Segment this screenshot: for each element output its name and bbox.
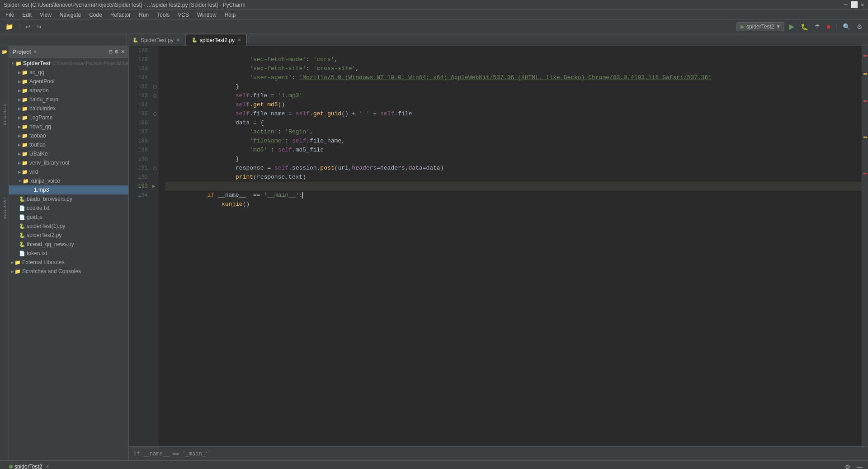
run-tab-close-icon[interactable]: ✕ [46,464,49,469]
code-editor[interactable]: 178 179 180 181 182 183 184 185 186 187 … [129,46,868,446]
menu-help[interactable]: Help [221,11,240,19]
tree-venv[interactable]: ▶ 📁venv_library root [9,158,128,167]
line-numbers: 178 179 180 181 182 183 184 185 186 187 … [129,46,151,446]
structure-icon[interactable]: Structure [1,102,8,127]
tree-xunjie-voice[interactable]: ▼ 📁xunjie_voice [9,176,128,185]
gutter-warn-2 [863,137,867,138]
spidertest-tab-close[interactable]: ✕ [176,38,180,43]
window-controls[interactable]: — ⬜ ✕ [844,1,864,9]
run-hide-button[interactable]: — [855,463,864,469]
code-line-193: if __name__ == '__main__': [165,182,862,191]
tree-spidertest2[interactable]: 🐍spiderTest2.py [9,231,128,240]
settings-gear-icon[interactable]: ⚙ [114,49,119,55]
tree-ac-qq[interactable]: ▶ 📁ac_qq [9,68,128,77]
project-header-icons: ⊟ ⚙ ✕ [108,49,125,55]
spidertest2-tab-close[interactable]: ✕ [237,38,241,43]
code-line-187: 'fileName': self.file_name, [165,128,862,137]
tree-thread-qq[interactable]: 🐍thread_qq_news.py [9,240,128,249]
run-tab-spidertest2[interactable]: spiderTest2 ✕ [4,461,55,469]
title-bar: SpiderTest [C:\Users\lenovo\PycharmProje… [0,0,868,10]
gutter-error-2 [863,100,867,102]
minimize-icon[interactable]: — [844,1,847,9]
scratches-label: Scratches and Consoles [22,268,81,275]
tree-external-libraries[interactable]: ▶ 📁External Libraries [9,258,128,267]
tab-spidertest2[interactable]: 🐍 spiderTest2.py ✕ [186,34,247,46]
tree-guid-js[interactable]: 📄guid.js [9,213,128,222]
code-line-188: 'md5' : self.md5_file [165,137,862,146]
menu-navigate[interactable]: Navigate [56,11,85,19]
tree-token[interactable]: 📄token.txt [9,249,128,258]
collapse-all-icon[interactable]: ⊟ [108,49,113,55]
project-icon[interactable]: 📂 [1,48,8,56]
tree-baidu-zixun[interactable]: ▶ 📁baidu_zixun [9,95,128,104]
gutter-warn-1 [863,73,867,75]
run-settings-button[interactable]: ⚙ [843,463,852,469]
menu-window[interactable]: Window [193,11,220,19]
menu-tools[interactable]: Tools [153,11,173,19]
project-panel: Project ▼ ⊟ ⚙ ✕ ▼ 📁 SpiderTest C:\Users\… [9,46,129,460]
tab-bar: 🐍 SpiderTest.py ✕ 🐍 spiderTest2.py ✕ [0,33,868,46]
search-everywhere-button[interactable]: 🔍 [841,22,852,31]
run-button[interactable]: ▶ [787,21,796,32]
code-line-179: 'sec-fetch-site': 'cross-site', [165,55,862,64]
toolbar-right: ▶ spiderTest2 ▼ ▶ 🐛 ☂ ■ | 🔍 ⚙ [736,21,864,32]
menu-view[interactable]: View [36,11,55,19]
run-configuration[interactable]: ▶ spiderTest2 ▼ [736,22,784,31]
tree-toutiao[interactable]: ▶ 📁toutiao [9,140,128,149]
tree-root[interactable]: ▼ 📁 SpiderTest C:\Users\lenovo\PycharmPr… [9,59,128,68]
tree-wrd[interactable]: ▶ 📁wrd [9,167,128,176]
spidertest2-tab-label: spiderTest2.py [200,37,235,43]
code-line-181: } [165,73,862,82]
code-line-178: 'sec-fetch-mode': 'cors', [165,46,862,55]
menu-vcs[interactable]: VCS [174,11,193,19]
run-config-dropdown-icon[interactable]: ▼ [776,24,780,29]
tree-agentpool[interactable]: ▶ 📁AgentPool [9,77,128,86]
preview-bar: if __name__ == '_main_' [129,446,868,460]
code-content[interactable]: ▶ 'sec-fetch-mode': 'cors', 'sec-fetch-s… [151,46,862,446]
gutter-error-1 [863,55,867,57]
run-with-coverage-button[interactable]: ☂ [813,22,822,31]
tree-ubaike[interactable]: ▶ 📁UBaiKe [9,149,128,158]
debug-button[interactable]: 🐛 [799,22,810,31]
tree-taobao[interactable]: ▶ 📁taobao [9,131,128,140]
project-dir-button[interactable]: 📁 [4,22,15,31]
window-title: SpiderTest [C:\Users\lenovo\PycharmProje… [4,2,245,8]
close-icon[interactable]: ✕ [861,1,864,9]
undo-button[interactable]: ↩ [24,22,33,31]
project-dropdown-icon[interactable]: ▼ [33,49,38,54]
stop-button[interactable]: ■ [825,22,832,31]
tree-scratches-consoles[interactable]: ▶ 📁 Scratches and Consoles [9,267,128,276]
tree-baidu-browsers[interactable]: 🐍baidu_browsers.py [9,194,128,204]
tab-spidertest[interactable]: 🐍 SpiderTest.py ✕ [127,34,186,46]
tree-cookie[interactable]: 📄cookie.txt [9,204,128,213]
menu-code[interactable]: Code [85,11,106,19]
menu-refactor[interactable]: Refactor [107,11,134,19]
editor-area: 178 179 180 181 182 183 184 185 186 187 … [129,46,868,460]
project-header: Project ▼ ⊟ ⚙ ✕ [9,46,128,58]
spidertest-tab-label: SpiderTest.py [141,37,174,43]
code-line-189: } [165,146,862,155]
run-panel-header: spiderTest2 ✕ ⚙ — [0,461,868,469]
code-line-190: response = self.session.post(url,headers… [165,155,862,164]
run-config-label: spiderTest2 [746,24,774,30]
tree-spidertest1[interactable]: 🐍spiderTest(1).py [9,222,128,231]
menu-run[interactable]: Run [135,11,152,19]
project-tree: ▼ 📁 SpiderTest C:\Users\lenovo\PycharmPr… [9,58,128,460]
tree-amazon[interactable]: ▶ 📁amazon [9,86,128,95]
redo-button[interactable]: ↪ [34,22,43,31]
tree-baiduindex[interactable]: ▶ 📁baiduindex [9,104,128,113]
menu-edit[interactable]: Edit [19,11,35,19]
favorites-icon[interactable]: Favorites [1,196,8,221]
tree-news-qq[interactable]: ▶ 📁news_qq [9,122,128,131]
settings-button[interactable]: ⚙ [855,22,864,31]
toolbar-left: 📁 | ↩ ↪ [4,22,43,31]
spidertest-tab-icon: 🐍 [132,38,138,43]
hide-panel-icon[interactable]: ✕ [121,49,125,55]
maximize-icon[interactable]: ⬜ [850,1,858,9]
menu-file[interactable]: File [2,11,18,19]
tree-logparse[interactable]: ▶ 📁LogParse [9,113,128,122]
tree-1mp3[interactable]: 🎵1.mp3 [9,185,128,194]
code-line-186: 'action': 'Begin', [165,118,862,128]
code-line-191: print(response.text) [165,164,862,173]
project-label: Project [13,49,31,55]
